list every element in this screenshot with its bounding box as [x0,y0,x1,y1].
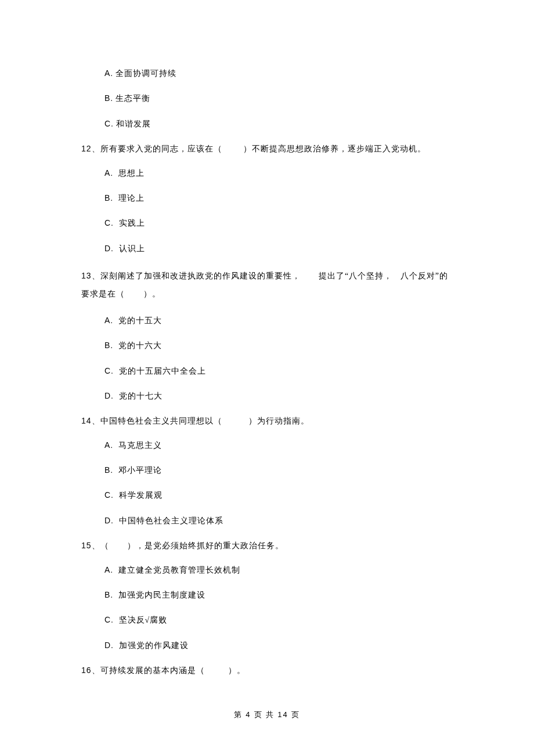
option: C. 实践上 [104,216,464,230]
option-letter: D. [104,391,114,400]
option-text: 思想上 [116,169,145,178]
option-letter: D. [104,244,114,253]
question-sep: 、 [92,666,100,675]
option: B. 加强党内民主制度建设 [104,588,464,602]
question-14: 14、中国特色社会主义共同理想以（ ）为行动指南。 A. 马克思主义 B. 邓小… [81,414,464,527]
blank [205,664,229,677]
option-text: 党的十六大 [116,341,162,350]
question-number: 14 [81,416,92,425]
option: D. 党的十七大 [104,389,464,403]
question-16: 16、可持续发展的基本内涵是（ ）。 [81,664,464,677]
question-number: 16 [81,665,92,675]
question-suffix: ）。 [228,666,246,675]
option-text: 邓小平理论 [116,466,162,475]
blank [222,415,248,428]
option-text: 党的十五届六中全会上 [116,367,206,375]
option-letter: C. [104,119,114,128]
option-text: 和谐发展 [116,120,151,128]
question-sep: 、 [92,144,100,153]
question-number: 15 [81,541,92,550]
question-suffix: ），是党必须始终抓好的重大政治任务。 [127,541,284,550]
option-letter: B. [104,193,113,202]
option-text: 建立健全党员教育管理长效机制 [116,566,240,574]
option-text: 科学发展观 [116,491,163,500]
blank [222,143,243,155]
option-letter: B. [104,341,113,350]
option-letter: A. [104,565,113,574]
page-footer: 第 4 页 共 14 页 [0,709,534,721]
option-text: 加强党的作风建设 [116,641,189,650]
footer-suffix: 页 [288,710,300,719]
option-text: 认识上 [116,244,145,253]
question-15: 15、（ ），是党必须始终抓好的重大政治任务。 A. 建立健全党员教育管理长效机… [81,539,464,652]
question-stem: 16、可持续发展的基本内涵是（ ）。 [81,664,464,677]
option-text: 生态平衡 [116,94,150,103]
option-letter: D. [104,516,114,525]
option: B. 党的十六大 [104,339,464,352]
blank [109,540,128,552]
option-letter: A. [104,168,113,178]
option-text: 中国特色社会主义理论体系 [116,516,223,525]
option: C.和谐发展 [104,117,464,131]
page-current: 4 [246,710,251,719]
option-text: 加强党内民主制度建设 [116,591,205,599]
question-sep: 、 [92,272,100,280]
option-text: 党的十七大 [116,392,163,400]
question-stem: 15、（ ），是党必须始终抓好的重大政治任务。 [81,539,464,552]
option-letter: C. [104,490,114,500]
option-letter: C. [104,366,114,375]
question-13: 13、深刻阐述了加强和改进执政党的作风建设的重要性， 提出了“八个坚持， 八个反… [81,267,464,403]
document-page: A.全面协调可持续 B.生态平衡 C.和谐发展 12、所有要求入党的同志，应该在… [0,0,534,723]
option: C. 科学发展观 [104,489,464,502]
option-letter: B. [104,93,113,103]
option: A. 思想上 [104,167,464,180]
option-letter: B. [104,465,113,475]
option-text: 党的十五大 [116,316,162,325]
option: B. 理论上 [104,191,464,205]
option: C. 坚决反√腐败 [104,613,464,627]
question-suffix: ）为行动指南。 [248,417,309,425]
option-letter: A. [104,316,113,325]
option: B. 邓小平理论 [104,464,464,477]
option-text: 全面协调可持续 [116,69,176,78]
option-letter: C. [104,615,114,624]
option: A. 党的十五大 [104,314,464,327]
option-letter: A. [104,440,113,450]
question-line1: 深刻阐述了加强和改进执政党的作风建设的重要性， 提出了“八个坚持， 八个反对”的 [100,272,448,280]
option: B.生态平衡 [104,92,464,105]
option: C. 党的十五届六中全会上 [104,364,464,378]
option: A. 马克思主义 [104,439,464,452]
question-stem: 13、深刻阐述了加强和改进执政党的作风建设的重要性， 提出了“八个坚持， 八个反… [81,267,464,303]
question-suffix: ）不断提高思想政治修养，逐步端正入党动机。 [243,144,426,153]
question-prefix: 可持续发展的基本内涵是（ [100,666,205,675]
option: A.全面协调可持续 [104,67,464,80]
question-number: 12 [81,144,92,153]
option-text: 坚决反√腐败 [116,616,167,624]
option-letter: D. [104,641,114,650]
option-letter: C. [104,218,114,227]
question-stem: 14、中国特色社会主义共同理想以（ ）为行动指南。 [81,414,464,428]
option: A. 建立健全党员教育管理长效机制 [104,563,464,577]
option-text: 马克思主义 [116,441,162,450]
footer-mid: 页 共 [251,710,278,719]
question-sep: 、 [92,417,100,425]
question-number: 13 [81,271,92,280]
question-prefix: （ [100,541,109,550]
option: D. 认识上 [104,242,464,255]
option-letter: A. [104,68,113,78]
option-text: 实践上 [116,219,145,227]
question-stem: 12、所有要求入党的同志，应该在（ ）不断提高思想政治修养，逐步端正入党动机。 [81,142,464,155]
footer-prefix: 第 [234,710,246,719]
option: D. 加强党的作风建设 [104,639,464,652]
question-prefix: 中国特色社会主义共同理想以（ [100,417,222,425]
question-line2: 要求是在（ ）。 [81,290,161,298]
page-total: 14 [277,710,288,719]
option: D. 中国特色社会主义理论体系 [104,514,464,527]
question-prefix: 所有要求入党的同志，应该在（ [100,144,222,153]
option-text: 理论上 [116,194,145,202]
option-letter: B. [104,590,113,599]
question-11-options-partial: A.全面协调可持续 B.生态平衡 C.和谐发展 [81,67,464,131]
question-12: 12、所有要求入党的同志，应该在（ ）不断提高思想政治修养，逐步端正入党动机。 … [81,142,464,255]
question-sep: 、 [92,541,100,550]
